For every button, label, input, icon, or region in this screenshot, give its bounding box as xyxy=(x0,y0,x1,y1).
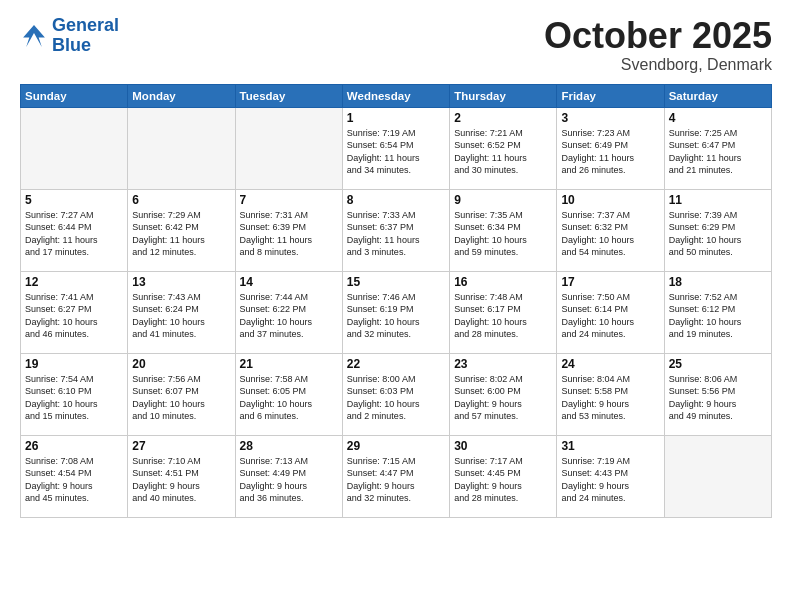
logo: General Blue xyxy=(20,16,119,56)
day-number: 2 xyxy=(454,111,552,125)
day-number: 27 xyxy=(132,439,230,453)
calendar-cell: 8Sunrise: 7:33 AM Sunset: 6:37 PM Daylig… xyxy=(342,189,449,271)
day-info: Sunrise: 7:29 AM Sunset: 6:42 PM Dayligh… xyxy=(132,209,230,259)
day-number: 21 xyxy=(240,357,338,371)
day-info: Sunrise: 7:52 AM Sunset: 6:12 PM Dayligh… xyxy=(669,291,767,341)
header: General Blue October 2025 Svendborg, Den… xyxy=(20,16,772,74)
day-header-wednesday: Wednesday xyxy=(342,84,449,107)
day-number: 10 xyxy=(561,193,659,207)
day-info: Sunrise: 8:02 AM Sunset: 6:00 PM Dayligh… xyxy=(454,373,552,423)
day-info: Sunrise: 7:56 AM Sunset: 6:07 PM Dayligh… xyxy=(132,373,230,423)
calendar-cell: 20Sunrise: 7:56 AM Sunset: 6:07 PM Dayli… xyxy=(128,353,235,435)
location: Svendborg, Denmark xyxy=(544,56,772,74)
day-header-thursday: Thursday xyxy=(450,84,557,107)
day-info: Sunrise: 8:00 AM Sunset: 6:03 PM Dayligh… xyxy=(347,373,445,423)
day-info: Sunrise: 7:39 AM Sunset: 6:29 PM Dayligh… xyxy=(669,209,767,259)
day-number: 6 xyxy=(132,193,230,207)
day-number: 3 xyxy=(561,111,659,125)
day-number: 12 xyxy=(25,275,123,289)
calendar-cell: 7Sunrise: 7:31 AM Sunset: 6:39 PM Daylig… xyxy=(235,189,342,271)
page: General Blue October 2025 Svendborg, Den… xyxy=(0,0,792,612)
logo-text: General Blue xyxy=(52,16,119,56)
day-number: 18 xyxy=(669,275,767,289)
day-info: Sunrise: 7:43 AM Sunset: 6:24 PM Dayligh… xyxy=(132,291,230,341)
day-number: 1 xyxy=(347,111,445,125)
day-info: Sunrise: 7:35 AM Sunset: 6:34 PM Dayligh… xyxy=(454,209,552,259)
calendar-cell: 3Sunrise: 7:23 AM Sunset: 6:49 PM Daylig… xyxy=(557,107,664,189)
calendar-cell: 12Sunrise: 7:41 AM Sunset: 6:27 PM Dayli… xyxy=(21,271,128,353)
calendar-cell: 5Sunrise: 7:27 AM Sunset: 6:44 PM Daylig… xyxy=(21,189,128,271)
calendar-cell: 24Sunrise: 8:04 AM Sunset: 5:58 PM Dayli… xyxy=(557,353,664,435)
day-info: Sunrise: 7:19 AM Sunset: 4:43 PM Dayligh… xyxy=(561,455,659,505)
calendar-week-4: 19Sunrise: 7:54 AM Sunset: 6:10 PM Dayli… xyxy=(21,353,772,435)
day-info: Sunrise: 7:19 AM Sunset: 6:54 PM Dayligh… xyxy=(347,127,445,177)
day-info: Sunrise: 7:41 AM Sunset: 6:27 PM Dayligh… xyxy=(25,291,123,341)
calendar-cell: 16Sunrise: 7:48 AM Sunset: 6:17 PM Dayli… xyxy=(450,271,557,353)
calendar-cell: 23Sunrise: 8:02 AM Sunset: 6:00 PM Dayli… xyxy=(450,353,557,435)
calendar-cell: 22Sunrise: 8:00 AM Sunset: 6:03 PM Dayli… xyxy=(342,353,449,435)
calendar-cell: 27Sunrise: 7:10 AM Sunset: 4:51 PM Dayli… xyxy=(128,435,235,517)
day-number: 4 xyxy=(669,111,767,125)
calendar-cell: 21Sunrise: 7:58 AM Sunset: 6:05 PM Dayli… xyxy=(235,353,342,435)
calendar-week-2: 5Sunrise: 7:27 AM Sunset: 6:44 PM Daylig… xyxy=(21,189,772,271)
day-number: 8 xyxy=(347,193,445,207)
day-info: Sunrise: 8:04 AM Sunset: 5:58 PM Dayligh… xyxy=(561,373,659,423)
day-number: 14 xyxy=(240,275,338,289)
logo-line1: General xyxy=(52,16,119,36)
svg-marker-0 xyxy=(23,25,45,47)
calendar-header-row: SundayMondayTuesdayWednesdayThursdayFrid… xyxy=(21,84,772,107)
day-number: 28 xyxy=(240,439,338,453)
calendar-cell: 1Sunrise: 7:19 AM Sunset: 6:54 PM Daylig… xyxy=(342,107,449,189)
day-number: 19 xyxy=(25,357,123,371)
day-info: Sunrise: 7:13 AM Sunset: 4:49 PM Dayligh… xyxy=(240,455,338,505)
day-info: Sunrise: 7:48 AM Sunset: 6:17 PM Dayligh… xyxy=(454,291,552,341)
day-number: 13 xyxy=(132,275,230,289)
day-info: Sunrise: 7:15 AM Sunset: 4:47 PM Dayligh… xyxy=(347,455,445,505)
calendar-cell: 30Sunrise: 7:17 AM Sunset: 4:45 PM Dayli… xyxy=(450,435,557,517)
day-number: 9 xyxy=(454,193,552,207)
day-number: 30 xyxy=(454,439,552,453)
day-number: 24 xyxy=(561,357,659,371)
day-header-sunday: Sunday xyxy=(21,84,128,107)
day-info: Sunrise: 7:33 AM Sunset: 6:37 PM Dayligh… xyxy=(347,209,445,259)
calendar-body: 1Sunrise: 7:19 AM Sunset: 6:54 PM Daylig… xyxy=(21,107,772,517)
calendar-cell xyxy=(664,435,771,517)
day-info: Sunrise: 7:37 AM Sunset: 6:32 PM Dayligh… xyxy=(561,209,659,259)
day-number: 20 xyxy=(132,357,230,371)
day-info: Sunrise: 7:25 AM Sunset: 6:47 PM Dayligh… xyxy=(669,127,767,177)
calendar-cell: 25Sunrise: 8:06 AM Sunset: 5:56 PM Dayli… xyxy=(664,353,771,435)
calendar-cell: 29Sunrise: 7:15 AM Sunset: 4:47 PM Dayli… xyxy=(342,435,449,517)
calendar-cell: 9Sunrise: 7:35 AM Sunset: 6:34 PM Daylig… xyxy=(450,189,557,271)
calendar-cell: 28Sunrise: 7:13 AM Sunset: 4:49 PM Dayli… xyxy=(235,435,342,517)
month-title: October 2025 xyxy=(544,16,772,56)
calendar-cell: 11Sunrise: 7:39 AM Sunset: 6:29 PM Dayli… xyxy=(664,189,771,271)
day-info: Sunrise: 7:44 AM Sunset: 6:22 PM Dayligh… xyxy=(240,291,338,341)
calendar-cell: 6Sunrise: 7:29 AM Sunset: 6:42 PM Daylig… xyxy=(128,189,235,271)
logo-icon xyxy=(20,22,48,50)
day-number: 29 xyxy=(347,439,445,453)
calendar-cell: 13Sunrise: 7:43 AM Sunset: 6:24 PM Dayli… xyxy=(128,271,235,353)
calendar-cell: 10Sunrise: 7:37 AM Sunset: 6:32 PM Dayli… xyxy=(557,189,664,271)
day-number: 17 xyxy=(561,275,659,289)
calendar-week-5: 26Sunrise: 7:08 AM Sunset: 4:54 PM Dayli… xyxy=(21,435,772,517)
day-number: 5 xyxy=(25,193,123,207)
calendar-cell: 31Sunrise: 7:19 AM Sunset: 4:43 PM Dayli… xyxy=(557,435,664,517)
calendar-cell xyxy=(21,107,128,189)
calendar-cell xyxy=(235,107,342,189)
day-info: Sunrise: 7:23 AM Sunset: 6:49 PM Dayligh… xyxy=(561,127,659,177)
day-info: Sunrise: 7:21 AM Sunset: 6:52 PM Dayligh… xyxy=(454,127,552,177)
day-info: Sunrise: 7:50 AM Sunset: 6:14 PM Dayligh… xyxy=(561,291,659,341)
calendar-week-1: 1Sunrise: 7:19 AM Sunset: 6:54 PM Daylig… xyxy=(21,107,772,189)
calendar-cell: 2Sunrise: 7:21 AM Sunset: 6:52 PM Daylig… xyxy=(450,107,557,189)
day-number: 7 xyxy=(240,193,338,207)
day-info: Sunrise: 7:10 AM Sunset: 4:51 PM Dayligh… xyxy=(132,455,230,505)
day-number: 31 xyxy=(561,439,659,453)
calendar-cell: 4Sunrise: 7:25 AM Sunset: 6:47 PM Daylig… xyxy=(664,107,771,189)
logo-line2: Blue xyxy=(52,36,119,56)
calendar-cell: 19Sunrise: 7:54 AM Sunset: 6:10 PM Dayli… xyxy=(21,353,128,435)
day-number: 25 xyxy=(669,357,767,371)
calendar-cell: 26Sunrise: 7:08 AM Sunset: 4:54 PM Dayli… xyxy=(21,435,128,517)
calendar-cell: 14Sunrise: 7:44 AM Sunset: 6:22 PM Dayli… xyxy=(235,271,342,353)
day-number: 11 xyxy=(669,193,767,207)
day-number: 22 xyxy=(347,357,445,371)
